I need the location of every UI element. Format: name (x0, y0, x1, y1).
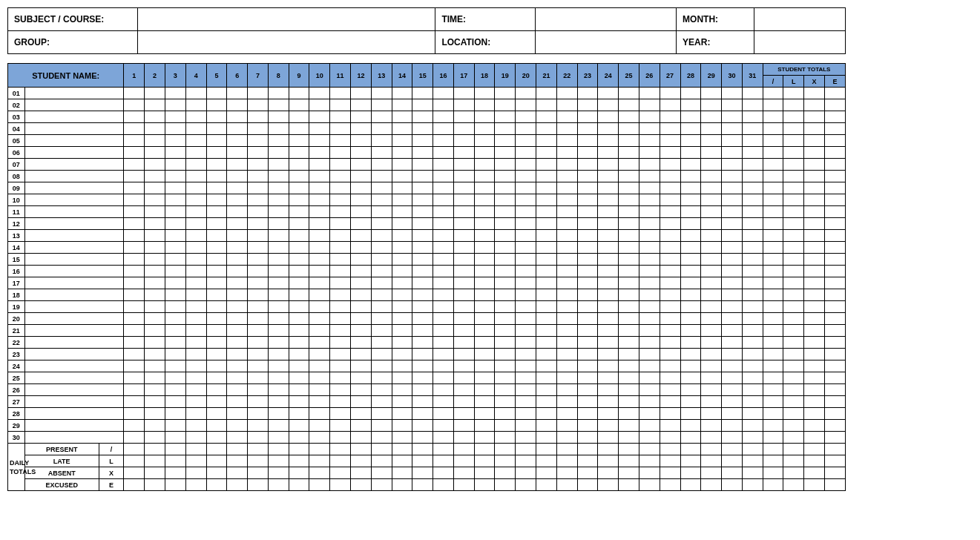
daily-total-cell[interactable] (227, 467, 248, 479)
attendance-cell[interactable] (289, 194, 309, 206)
attendance-cell[interactable] (556, 289, 577, 301)
daily-total-cell[interactable] (289, 444, 309, 455)
attendance-cell[interactable] (639, 171, 660, 182)
attendance-cell[interactable] (660, 301, 680, 313)
daily-total-cell[interactable] (680, 444, 701, 455)
student-total-cell[interactable] (783, 349, 804, 360)
attendance-cell[interactable] (145, 349, 165, 360)
daily-total-summary-cell[interactable] (804, 467, 825, 479)
attendance-cell[interactable] (722, 159, 743, 171)
attendance-cell[interactable] (701, 372, 722, 384)
daily-total-cell[interactable] (577, 479, 598, 491)
attendance-cell[interactable] (227, 432, 248, 444)
attendance-cell[interactable] (248, 171, 269, 182)
attendance-cell[interactable] (722, 194, 743, 206)
attendance-cell[interactable] (145, 218, 165, 230)
student-total-cell[interactable] (783, 432, 804, 444)
attendance-cell[interactable] (516, 349, 536, 360)
attendance-cell[interactable] (145, 396, 165, 408)
attendance-cell[interactable] (206, 182, 227, 194)
daily-total-cell[interactable] (495, 479, 516, 491)
student-total-cell[interactable] (763, 99, 783, 111)
attendance-cell[interactable] (598, 325, 619, 337)
attendance-cell[interactable] (165, 420, 185, 432)
attendance-cell[interactable] (660, 420, 680, 432)
attendance-cell[interactable] (433, 313, 454, 325)
attendance-cell[interactable] (351, 206, 372, 218)
attendance-cell[interactable] (536, 230, 557, 242)
attendance-cell[interactable] (680, 384, 701, 396)
attendance-cell[interactable] (660, 88, 680, 99)
year-value[interactable] (754, 31, 846, 54)
attendance-cell[interactable] (474, 313, 495, 325)
attendance-cell[interactable] (371, 313, 392, 325)
attendance-cell[interactable] (412, 266, 433, 277)
attendance-cell[interactable] (330, 301, 351, 313)
attendance-cell[interactable] (598, 372, 619, 384)
attendance-cell[interactable] (742, 325, 763, 337)
attendance-cell[interactable] (248, 182, 269, 194)
daily-total-summary-cell[interactable] (824, 467, 845, 479)
attendance-cell[interactable] (206, 194, 227, 206)
attendance-cell[interactable] (742, 230, 763, 242)
daily-total-cell[interactable] (392, 479, 412, 491)
attendance-cell[interactable] (701, 277, 722, 289)
attendance-cell[interactable] (330, 384, 351, 396)
attendance-cell[interactable] (598, 289, 619, 301)
attendance-cell[interactable] (495, 218, 516, 230)
attendance-cell[interactable] (536, 159, 557, 171)
attendance-cell[interactable] (577, 135, 598, 147)
attendance-cell[interactable] (577, 254, 598, 266)
attendance-cell[interactable] (124, 88, 145, 99)
attendance-cell[interactable] (165, 111, 185, 123)
student-total-cell[interactable] (804, 218, 825, 230)
attendance-cell[interactable] (268, 218, 289, 230)
attendance-cell[interactable] (185, 206, 206, 218)
attendance-cell[interactable] (453, 218, 474, 230)
attendance-cell[interactable] (371, 194, 392, 206)
attendance-cell[interactable] (516, 325, 536, 337)
student-total-cell[interactable] (824, 147, 845, 159)
daily-total-summary-cell[interactable] (783, 479, 804, 491)
daily-total-cell[interactable] (722, 467, 743, 479)
attendance-cell[interactable] (556, 266, 577, 277)
daily-total-cell[interactable] (639, 455, 660, 467)
attendance-cell[interactable] (185, 289, 206, 301)
attendance-cell[interactable] (124, 396, 145, 408)
attendance-cell[interactable] (619, 206, 639, 218)
daily-total-cell[interactable] (495, 455, 516, 467)
attendance-cell[interactable] (248, 242, 269, 254)
attendance-cell[interactable] (660, 396, 680, 408)
attendance-cell[interactable] (351, 432, 372, 444)
attendance-cell[interactable] (556, 360, 577, 372)
attendance-cell[interactable] (474, 218, 495, 230)
daily-total-cell[interactable] (330, 467, 351, 479)
attendance-cell[interactable] (227, 325, 248, 337)
attendance-cell[interactable] (433, 194, 454, 206)
attendance-cell[interactable] (474, 135, 495, 147)
attendance-cell[interactable] (516, 396, 536, 408)
attendance-cell[interactable] (536, 360, 557, 372)
attendance-cell[interactable] (268, 349, 289, 360)
attendance-cell[interactable] (453, 432, 474, 444)
attendance-cell[interactable] (124, 230, 145, 242)
student-total-cell[interactable] (804, 147, 825, 159)
attendance-cell[interactable] (619, 408, 639, 420)
attendance-cell[interactable] (165, 349, 185, 360)
student-total-cell[interactable] (783, 159, 804, 171)
student-total-cell[interactable] (783, 384, 804, 396)
attendance-cell[interactable] (392, 171, 412, 182)
attendance-cell[interactable] (433, 432, 454, 444)
attendance-cell[interactable] (577, 230, 598, 242)
attendance-cell[interactable] (289, 337, 309, 349)
attendance-cell[interactable] (227, 313, 248, 325)
attendance-cell[interactable] (536, 254, 557, 266)
attendance-cell[interactable] (289, 360, 309, 372)
attendance-cell[interactable] (433, 277, 454, 289)
student-name-cell[interactable] (24, 254, 124, 266)
attendance-cell[interactable] (660, 135, 680, 147)
daily-total-cell[interactable] (351, 455, 372, 467)
attendance-cell[interactable] (145, 135, 165, 147)
attendance-cell[interactable] (330, 182, 351, 194)
attendance-cell[interactable] (453, 360, 474, 372)
